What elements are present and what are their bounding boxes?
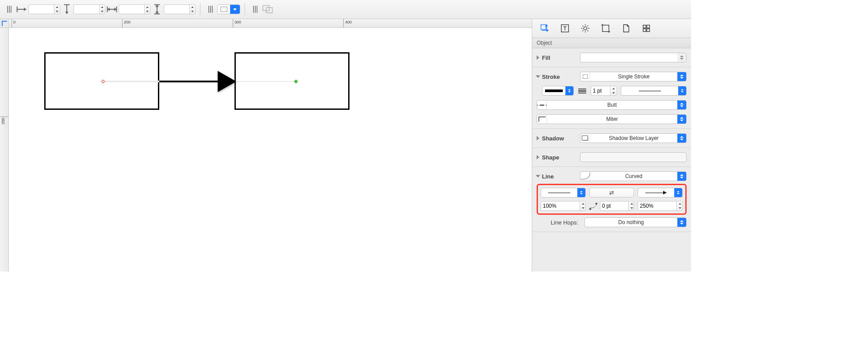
disclosure-icon[interactable] bbox=[537, 136, 539, 140]
line-hops-label: Line Hops: bbox=[537, 219, 581, 226]
connection-line[interactable] bbox=[159, 81, 226, 82]
top-toolbar bbox=[0, 0, 691, 19]
ruler-mark: 200 bbox=[124, 20, 131, 24]
ruler-origin-icon[interactable] bbox=[0, 19, 9, 28]
swap-line-ends-button[interactable]: ⇄ bbox=[589, 188, 634, 198]
tab-document[interactable] bbox=[620, 22, 632, 35]
line-head-scale-field[interactable] bbox=[638, 201, 683, 211]
width-icon[interactable] bbox=[106, 4, 118, 14]
section-shadow-title: Shadow bbox=[542, 135, 564, 142]
position-x-icon[interactable] bbox=[16, 4, 27, 14]
disclosure-icon[interactable] bbox=[537, 55, 539, 60]
canvas[interactable] bbox=[9, 28, 532, 271]
inspector-tabs bbox=[532, 19, 691, 38]
position-y-icon[interactable] bbox=[61, 4, 73, 14]
combine-shapes-icon[interactable] bbox=[262, 4, 273, 14]
stroke-color-select[interactable] bbox=[542, 86, 574, 96]
svg-marker-2 bbox=[24, 8, 26, 11]
align-left-icon[interactable] bbox=[4, 4, 15, 14]
connection-preview bbox=[234, 81, 296, 82]
tab-properties[interactable] bbox=[579, 22, 591, 35]
stroke-dash-select[interactable] bbox=[621, 86, 687, 96]
line-tail-scale-field[interactable] bbox=[541, 201, 586, 211]
stroke-join-select[interactable]: Miter bbox=[537, 114, 687, 124]
stroke-cap-label: Butt bbox=[547, 102, 677, 108]
line-corner-radius-field[interactable] bbox=[600, 201, 634, 211]
svg-rect-18 bbox=[541, 25, 546, 30]
tab-object[interactable] bbox=[538, 22, 551, 35]
line-type-label: Curved bbox=[590, 173, 677, 179]
ruler-mark: 200 bbox=[1, 118, 5, 124]
stroke-style-select[interactable]: Single Stroke bbox=[580, 72, 687, 81]
line-hops-value: Do nothing bbox=[585, 219, 677, 225]
arrowhead-icon[interactable] bbox=[218, 71, 236, 92]
svg-rect-34 bbox=[643, 29, 646, 31]
shape-type-select[interactable] bbox=[580, 152, 687, 162]
disclosure-icon[interactable] bbox=[536, 175, 540, 178]
height-icon[interactable] bbox=[151, 4, 163, 14]
distribute-icon[interactable] bbox=[205, 4, 216, 14]
stroke-join-label: Miter bbox=[547, 116, 677, 122]
line-ends-highlight: ⇄ bbox=[537, 184, 687, 215]
ruler-mark: 400 bbox=[345, 20, 352, 24]
stroke-position-icon[interactable] bbox=[577, 89, 587, 93]
svg-rect-27 bbox=[603, 25, 609, 32]
svg-marker-22 bbox=[547, 30, 549, 31]
svg-rect-33 bbox=[647, 25, 649, 28]
line-tail-style-select[interactable] bbox=[541, 188, 586, 198]
section-fill-title: Fill bbox=[542, 54, 550, 61]
svg-point-26 bbox=[584, 27, 587, 30]
disclosure-icon[interactable] bbox=[537, 155, 539, 159]
y-position-field[interactable] bbox=[73, 4, 105, 14]
tab-text[interactable] bbox=[559, 22, 571, 35]
fill-color-picker[interactable] bbox=[217, 4, 240, 14]
tab-canvas[interactable] bbox=[599, 22, 612, 35]
width-field[interactable] bbox=[119, 4, 150, 14]
horizontal-ruler[interactable]: 0 200 300 400 bbox=[9, 19, 532, 28]
group-icon[interactable] bbox=[250, 4, 261, 14]
fill-type-select[interactable] bbox=[580, 53, 687, 62]
ruler-mark: 0 bbox=[13, 20, 15, 24]
tab-grid[interactable] bbox=[640, 22, 653, 35]
stroke-width-field[interactable] bbox=[591, 86, 617, 96]
section-shape-title: Shape bbox=[542, 154, 559, 161]
line-hops-select[interactable]: Do nothing bbox=[584, 217, 687, 227]
disclosure-icon[interactable] bbox=[536, 75, 540, 78]
stroke-style-label: Single Stroke bbox=[590, 74, 677, 80]
height-field[interactable] bbox=[164, 4, 196, 14]
inspector-title: Object bbox=[532, 38, 691, 48]
ruler-mark: 300 bbox=[234, 20, 241, 24]
section-line-title: Line bbox=[542, 173, 554, 180]
line-type-select[interactable]: Curved bbox=[580, 171, 687, 181]
shadow-mode-label: Shadow Below Layer bbox=[590, 135, 677, 141]
bezier-icon bbox=[589, 203, 597, 209]
x-position-field[interactable] bbox=[28, 4, 60, 14]
stroke-cap-select[interactable]: Butt bbox=[537, 100, 687, 110]
canvas-area: 0 200 300 400 200 bbox=[0, 19, 532, 271]
vertical-ruler[interactable]: 200 bbox=[0, 28, 9, 271]
svg-marker-5 bbox=[65, 12, 69, 14]
svg-rect-32 bbox=[643, 25, 646, 28]
svg-rect-35 bbox=[647, 29, 649, 31]
inspector-panel: Object Fill Stroke bbox=[532, 19, 691, 271]
shadow-mode-select[interactable]: Shadow Below Layer bbox=[580, 133, 687, 143]
section-stroke-title: Stroke bbox=[542, 74, 560, 80]
line-head-style-select[interactable] bbox=[638, 188, 683, 198]
